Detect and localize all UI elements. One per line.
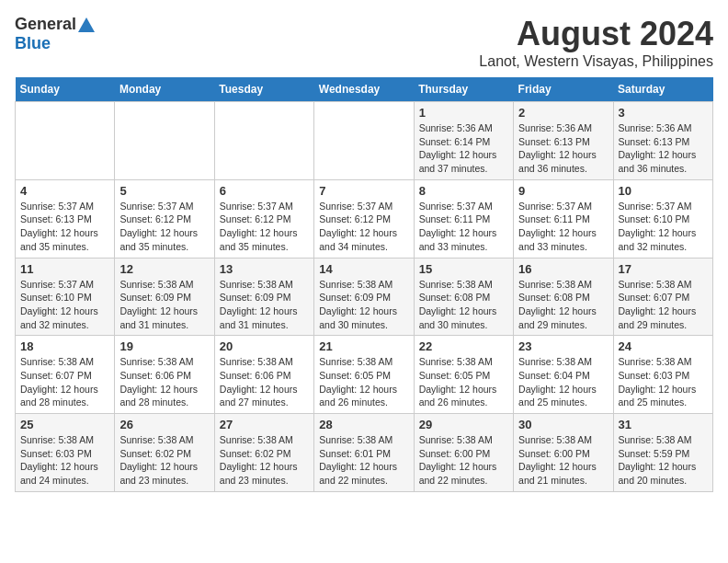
day-detail: Sunrise: 5:38 AM Sunset: 6:09 PM Dayligh… <box>319 278 408 332</box>
calendar-week-row: 18Sunrise: 5:38 AM Sunset: 6:07 PM Dayli… <box>16 336 713 414</box>
day-number: 13 <box>220 262 309 276</box>
calendar-cell: 29Sunrise: 5:38 AM Sunset: 6:00 PM Dayli… <box>414 414 513 492</box>
svg-marker-0 <box>78 17 95 32</box>
day-detail: Sunrise: 5:38 AM Sunset: 6:04 PM Dayligh… <box>518 355 608 409</box>
day-detail: Sunrise: 5:38 AM Sunset: 6:05 PM Dayligh… <box>319 355 408 409</box>
day-detail: Sunrise: 5:37 AM Sunset: 6:12 PM Dayligh… <box>220 200 309 254</box>
day-detail: Sunrise: 5:38 AM Sunset: 6:02 PM Dayligh… <box>220 433 309 488</box>
day-detail: Sunrise: 5:38 AM Sunset: 6:06 PM Dayligh… <box>119 355 209 409</box>
day-number: 4 <box>20 184 109 198</box>
day-detail: Sunrise: 5:38 AM Sunset: 6:07 PM Dayligh… <box>20 355 109 409</box>
day-number: 7 <box>319 184 408 198</box>
calendar-cell: 28Sunrise: 5:38 AM Sunset: 6:01 PM Dayli… <box>314 414 414 492</box>
logo-icon <box>78 17 95 32</box>
calendar-cell: 14Sunrise: 5:38 AM Sunset: 6:09 PM Dayli… <box>314 258 414 336</box>
weekday-header-sunday: Sunday <box>16 77 115 102</box>
day-number: 29 <box>419 418 508 431</box>
calendar-week-row: 25Sunrise: 5:38 AM Sunset: 6:03 PM Dayli… <box>16 414 713 492</box>
day-number: 28 <box>319 418 408 431</box>
day-number: 5 <box>119 184 209 198</box>
calendar-cell: 22Sunrise: 5:38 AM Sunset: 6:05 PM Dayli… <box>414 336 513 414</box>
weekday-header-friday: Friday <box>514 77 613 102</box>
weekday-header-row: SundayMondayTuesdayWednesdayThursdayFrid… <box>16 77 713 102</box>
day-number: 23 <box>518 339 608 353</box>
day-detail: Sunrise: 5:38 AM Sunset: 5:59 PM Dayligh… <box>619 433 708 488</box>
logo: General Blue <box>15 15 95 53</box>
page-header: General Blue August 2024 Lanot, Western … <box>15 15 713 70</box>
day-number: 6 <box>220 184 309 198</box>
calendar-cell: 2Sunrise: 5:36 AM Sunset: 6:13 PM Daylig… <box>514 102 613 180</box>
day-number: 8 <box>419 184 508 198</box>
calendar-cell: 7Sunrise: 5:37 AM Sunset: 6:12 PM Daylig… <box>314 179 414 258</box>
day-number: 2 <box>518 106 608 120</box>
calendar-cell: 26Sunrise: 5:38 AM Sunset: 6:02 PM Dayli… <box>115 414 214 492</box>
day-detail: Sunrise: 5:37 AM Sunset: 6:10 PM Dayligh… <box>619 200 708 254</box>
day-detail: Sunrise: 5:38 AM Sunset: 6:02 PM Dayligh… <box>119 433 209 488</box>
calendar-cell: 11Sunrise: 5:37 AM Sunset: 6:10 PM Dayli… <box>16 258 115 336</box>
day-number: 17 <box>619 262 708 276</box>
calendar-cell: 8Sunrise: 5:37 AM Sunset: 6:11 PM Daylig… <box>414 179 513 258</box>
day-detail: Sunrise: 5:37 AM Sunset: 6:11 PM Dayligh… <box>419 200 508 254</box>
day-detail: Sunrise: 5:38 AM Sunset: 6:03 PM Dayligh… <box>20 433 109 488</box>
calendar-cell: 5Sunrise: 5:37 AM Sunset: 6:12 PM Daylig… <box>115 179 214 258</box>
day-detail: Sunrise: 5:37 AM Sunset: 6:12 PM Dayligh… <box>319 200 408 254</box>
day-detail: Sunrise: 5:38 AM Sunset: 6:05 PM Dayligh… <box>419 355 508 409</box>
day-detail: Sunrise: 5:38 AM Sunset: 6:01 PM Dayligh… <box>319 433 408 488</box>
location-title: Lanot, Western Visayas, Philippines <box>479 53 713 70</box>
day-number: 21 <box>319 339 408 353</box>
day-detail: Sunrise: 5:37 AM Sunset: 6:11 PM Dayligh… <box>518 200 608 254</box>
calendar-cell: 10Sunrise: 5:37 AM Sunset: 6:10 PM Dayli… <box>613 179 712 258</box>
calendar-cell: 4Sunrise: 5:37 AM Sunset: 6:13 PM Daylig… <box>16 179 115 258</box>
calendar-week-row: 1Sunrise: 5:36 AM Sunset: 6:14 PM Daylig… <box>16 102 713 180</box>
day-detail: Sunrise: 5:38 AM Sunset: 6:09 PM Dayligh… <box>220 278 309 332</box>
day-number: 19 <box>119 339 209 353</box>
calendar-week-row: 4Sunrise: 5:37 AM Sunset: 6:13 PM Daylig… <box>16 179 713 258</box>
day-detail: Sunrise: 5:37 AM Sunset: 6:12 PM Dayligh… <box>119 200 209 254</box>
calendar-cell: 30Sunrise: 5:38 AM Sunset: 6:00 PM Dayli… <box>514 414 613 492</box>
day-detail: Sunrise: 5:36 AM Sunset: 6:13 PM Dayligh… <box>619 121 708 176</box>
day-detail: Sunrise: 5:38 AM Sunset: 6:08 PM Dayligh… <box>419 278 508 332</box>
weekday-header-wednesday: Wednesday <box>314 77 414 102</box>
day-number: 18 <box>20 339 109 353</box>
day-number: 3 <box>619 106 708 120</box>
day-detail: Sunrise: 5:38 AM Sunset: 6:03 PM Dayligh… <box>619 355 708 409</box>
weekday-header-monday: Monday <box>115 77 214 102</box>
day-number: 27 <box>220 418 309 431</box>
calendar-cell: 25Sunrise: 5:38 AM Sunset: 6:03 PM Dayli… <box>16 414 115 492</box>
day-detail: Sunrise: 5:37 AM Sunset: 6:10 PM Dayligh… <box>20 278 109 332</box>
day-number: 20 <box>220 339 309 353</box>
calendar-cell: 23Sunrise: 5:38 AM Sunset: 6:04 PM Dayli… <box>514 336 613 414</box>
calendar-cell: 31Sunrise: 5:38 AM Sunset: 5:59 PM Dayli… <box>613 414 712 492</box>
calendar-cell: 9Sunrise: 5:37 AM Sunset: 6:11 PM Daylig… <box>514 179 613 258</box>
day-number: 22 <box>419 339 508 353</box>
calendar-cell <box>314 102 414 180</box>
calendar-cell: 19Sunrise: 5:38 AM Sunset: 6:06 PM Dayli… <box>115 336 214 414</box>
day-detail: Sunrise: 5:38 AM Sunset: 6:00 PM Dayligh… <box>419 433 508 488</box>
day-number: 9 <box>518 184 608 198</box>
title-area: August 2024 Lanot, Western Visayas, Phil… <box>479 15 713 70</box>
calendar-cell: 20Sunrise: 5:38 AM Sunset: 6:06 PM Dayli… <box>214 336 313 414</box>
day-number: 15 <box>419 262 508 276</box>
day-number: 16 <box>518 262 608 276</box>
logo-general: General <box>15 15 76 34</box>
calendar-cell: 16Sunrise: 5:38 AM Sunset: 6:08 PM Dayli… <box>514 258 613 336</box>
calendar-cell: 27Sunrise: 5:38 AM Sunset: 6:02 PM Dayli… <box>214 414 313 492</box>
day-number: 24 <box>619 339 708 353</box>
day-number: 1 <box>419 106 508 120</box>
calendar-table: SundayMondayTuesdayWednesdayThursdayFrid… <box>15 77 713 492</box>
calendar-cell <box>16 102 115 180</box>
calendar-cell: 24Sunrise: 5:38 AM Sunset: 6:03 PM Dayli… <box>613 336 712 414</box>
day-number: 30 <box>518 418 608 431</box>
calendar-cell: 17Sunrise: 5:38 AM Sunset: 6:07 PM Dayli… <box>613 258 712 336</box>
calendar-cell: 13Sunrise: 5:38 AM Sunset: 6:09 PM Dayli… <box>214 258 313 336</box>
month-title: August 2024 <box>479 15 713 53</box>
calendar-cell: 18Sunrise: 5:38 AM Sunset: 6:07 PM Dayli… <box>16 336 115 414</box>
calendar-cell: 12Sunrise: 5:38 AM Sunset: 6:09 PM Dayli… <box>115 258 214 336</box>
day-number: 26 <box>119 418 209 431</box>
day-detail: Sunrise: 5:38 AM Sunset: 6:06 PM Dayligh… <box>220 355 309 409</box>
day-detail: Sunrise: 5:37 AM Sunset: 6:13 PM Dayligh… <box>20 200 109 254</box>
day-number: 25 <box>20 418 109 431</box>
day-detail: Sunrise: 5:36 AM Sunset: 6:13 PM Dayligh… <box>518 121 608 176</box>
day-detail: Sunrise: 5:38 AM Sunset: 6:07 PM Dayligh… <box>619 278 708 332</box>
day-detail: Sunrise: 5:38 AM Sunset: 6:09 PM Dayligh… <box>119 278 209 332</box>
